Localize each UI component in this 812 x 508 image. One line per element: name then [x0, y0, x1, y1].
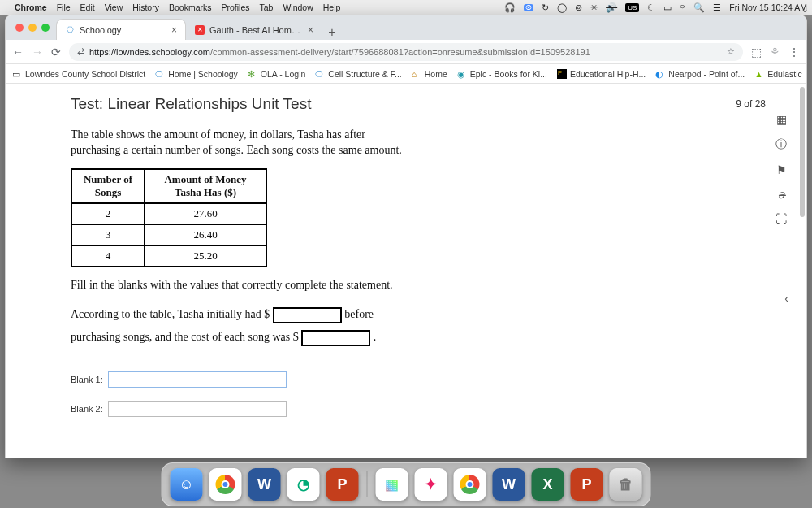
fullscreen-icon[interactable]: ⛶ [775, 212, 787, 225]
bookmark-lowndes[interactable]: ▭Lowndes County School District [12, 69, 145, 79]
browser-toolbar: ← → ⟳ ⇄ https://lowndes.schoology.com/co… [6, 40, 806, 64]
favicon-icon: ▲ [754, 69, 764, 79]
cloze-box-2 [301, 330, 370, 346]
headphones-icon[interactable]: 🎧 [504, 2, 516, 13]
tab-title: Schoology [80, 25, 166, 35]
dock-word[interactable]: W [248, 468, 281, 501]
window-close-button[interactable] [15, 24, 24, 32]
menu-window[interactable]: Window [283, 2, 313, 12]
circle-icon[interactable]: ◯ [557, 2, 567, 13]
collapse-panel-button[interactable]: ‹ [784, 292, 788, 305]
cell-money: 26.40 [145, 224, 266, 245]
chrome-window: ⌄ ⎔ Schoology × ✕ Gauth - Best AI Homewo… [5, 15, 807, 458]
share-icon[interactable]: ✳︎ [590, 2, 598, 13]
text-format-icon[interactable]: a̶ [778, 188, 785, 201]
menu-help[interactable]: Help [323, 2, 341, 12]
blank1-label: Blank 1: [71, 375, 103, 384]
menu-edit[interactable]: Edit [80, 2, 95, 12]
bookmark-schoology[interactable]: ⎔Home | Schoology [155, 69, 238, 79]
scrollbar[interactable] [800, 87, 805, 217]
input-locale[interactable]: US [625, 3, 639, 12]
favicon-icon: ⌂ [412, 69, 421, 79]
test-title: Test: Linear Relationships Unit Test [71, 95, 311, 113]
dock-powerpoint-2[interactable]: P [571, 468, 603, 501]
bookmark-label: Home | Schoology [168, 69, 238, 79]
tab-close-button[interactable]: × [308, 24, 313, 36]
bookmark-label: Lowndes County School District [25, 69, 145, 79]
bookmark-cell[interactable]: ⎔Cell Structure & F... [315, 69, 401, 79]
bookmark-star-icon[interactable]: ☆ [727, 46, 735, 57]
bookmark-label: OLA - Login [261, 69, 305, 79]
wifi-icon[interactable]: ⌔ [680, 2, 685, 12]
tab-close-button[interactable]: × [171, 24, 177, 36]
dock-chrome[interactable] [209, 468, 242, 501]
mute-icon[interactable]: 🔊 [606, 2, 617, 13]
calculator-icon[interactable]: ▦ [776, 113, 787, 126]
question-panel: Test: Linear Relationships Unit Test 9 o… [71, 90, 717, 458]
table-row: 326.40 [71, 224, 266, 245]
refresh-icon[interactable]: ↻ [542, 2, 549, 13]
chrome-menu-icon[interactable]: ⋮ [788, 46, 800, 59]
window-zoom-button[interactable] [41, 24, 50, 32]
target-icon[interactable]: ⊚ [575, 2, 582, 13]
menu-profiles[interactable]: Profiles [221, 2, 249, 12]
forward-button[interactable]: → [32, 46, 43, 59]
omnibox[interactable]: ⇄ https://lowndes.schoology.com/common-a… [69, 43, 743, 61]
mac-menubar: Chrome File Edit View History Bookmarks … [0, 0, 812, 15]
tab-gauth[interactable]: ✕ Gauth - Best AI Homework H… × [186, 19, 322, 40]
menubar-app-name[interactable]: Chrome [15, 2, 47, 12]
bookmark-label: Edulastic [767, 69, 802, 79]
bookmark-edulastic[interactable]: ▲Edulastic [754, 69, 802, 79]
flag-icon[interactable]: ⚑ [776, 163, 787, 176]
menu-history[interactable]: History [132, 2, 159, 12]
bookmark-hiphop[interactable]: FEducational Hip-H... [557, 69, 646, 79]
cell-songs: 3 [71, 224, 145, 245]
instruction-text: Fill in the blanks with the values that … [71, 279, 460, 292]
moon-icon[interactable]: ☾ [647, 2, 655, 13]
window-minimize-button[interactable] [28, 24, 37, 32]
spotlight-icon[interactable]: 🔍 [693, 2, 705, 13]
favicon-icon: F [557, 69, 567, 79]
menu-tab[interactable]: Tab [259, 2, 273, 12]
sentence-part: . [370, 331, 376, 343]
tab-title: Gauth - Best AI Homework H… [209, 25, 303, 35]
omnibox-path: /common-assessment-delivery/start/759668… [210, 47, 590, 57]
extensions-icon[interactable]: ⬚ [751, 46, 762, 59]
reload-button[interactable]: ⟳ [51, 46, 61, 59]
dock-activity[interactable]: ◔ [287, 468, 320, 501]
site-info-icon[interactable]: ⇄ [77, 46, 84, 57]
page-content: ▦ ⓘ ⚑ a̶ ⛶ ‹ Test: Linear Relationships … [6, 84, 806, 458]
dock-finder[interactable]: ☺ [171, 468, 203, 501]
menu-bookmarks[interactable]: Bookmarks [169, 2, 212, 12]
control-center-icon[interactable]: ☰ [713, 2, 721, 13]
dock-launchpad[interactable]: ▦ [376, 468, 408, 501]
sentence-part: According to the table, Tasha initially … [71, 308, 273, 320]
bookmark-epic[interactable]: ◉Epic - Books for Ki... [457, 69, 547, 79]
dock-powerpoint[interactable]: P [326, 468, 359, 501]
zoom-status-icon[interactable]: ⦿ [524, 4, 533, 11]
tab-strip: ⎔ Schoology × ✕ Gauth - Best AI Homework… [6, 15, 806, 40]
blank2-label: Blank 2: [71, 404, 103, 414]
profile-icon[interactable]: ⚘ [770, 46, 780, 59]
dock-excel[interactable]: X [532, 468, 564, 501]
sentence-part: purchasing songs, and the cost of each s… [71, 331, 301, 343]
dock-chrome-2[interactable] [454, 468, 486, 501]
dock-word-2[interactable]: W [493, 468, 525, 501]
dock-trash[interactable]: 🗑 [610, 468, 642, 501]
folder-icon: ▭ [12, 69, 22, 79]
back-button[interactable]: ← [12, 46, 24, 59]
new-tab-button[interactable]: + [322, 25, 342, 40]
accessibility-icon[interactable]: ⓘ [775, 137, 787, 152]
menu-view[interactable]: View [105, 2, 123, 12]
dock-app-pink[interactable]: ✦ [415, 468, 447, 501]
tab-schoology[interactable]: ⎔ Schoology × [56, 19, 186, 40]
bookmark-nearpod[interactable]: ◐Nearpod - Point of... [655, 69, 745, 79]
bookmark-ola[interactable]: ✻OLA - Login [248, 69, 305, 79]
bookmark-home[interactable]: ⌂Home [412, 69, 447, 79]
menubar-clock[interactable]: Fri Nov 15 10:24 AM [729, 2, 807, 12]
menu-file[interactable]: File [57, 2, 71, 12]
blank1-input[interactable] [108, 371, 287, 388]
display-icon[interactable]: ▭ [663, 2, 672, 13]
dock-divider [367, 471, 368, 497]
blank2-input[interactable] [108, 401, 287, 417]
